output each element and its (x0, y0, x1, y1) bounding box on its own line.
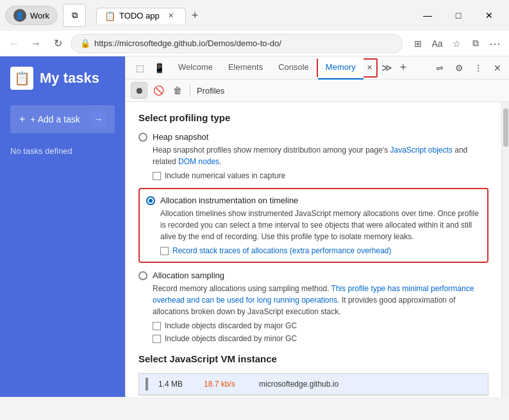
js-vm-title: Select JavaScript VM instance (138, 353, 488, 364)
plus-icon: + (19, 113, 25, 125)
tab-welcome[interactable]: Welcome (171, 56, 221, 80)
device-icon[interactable]: 📱 (150, 59, 168, 77)
add-tab-icon[interactable]: + (396, 61, 411, 74)
app-title: 📋 My tasks (0, 56, 125, 100)
heap-snapshot-checkbox[interactable] (153, 172, 161, 180)
tab-close-button[interactable]: ✕ (166, 11, 176, 21)
new-tab-button[interactable]: + (186, 6, 204, 24)
heap-snapshot-radio[interactable] (138, 133, 147, 142)
tab-favicon: 📋 (104, 11, 115, 21)
heap-snapshot-desc: Heap snapshot profiles show memory distr… (153, 144, 488, 167)
settings-icon[interactable]: ⚙ (450, 59, 468, 77)
memory-panel-body: Select profiling type Heap snapshot Heap… (126, 102, 509, 397)
url-text: https://microsoftedge.github.io/Demos/de… (94, 38, 281, 48)
refresh-button[interactable]: ↻ (49, 35, 67, 53)
instance-bar (146, 378, 148, 391)
address-actions: ⊞ Aa ☆ ⧉ ⋯ (409, 35, 504, 53)
instance-size: 1.4 MB (158, 380, 194, 389)
allocation-timeline-radio[interactable] (146, 196, 155, 205)
lock-icon: 🔒 (80, 38, 90, 48)
main-layout: 📋 My tasks + + Add a task → No tasks def… (0, 56, 509, 397)
app-title-text: My tasks (40, 70, 99, 87)
major-gc-label: Include objects discarded by major GC (165, 321, 297, 330)
tab-elements[interactable]: Elements (221, 56, 271, 80)
instance-url: microsoftedge.github.io (259, 380, 338, 389)
window-icon-button[interactable]: ⧉ (63, 4, 86, 27)
memory-content: Select profiling type Heap snapshot Heap… (126, 102, 501, 397)
tab-title: TODO app (119, 11, 160, 21)
profiles-label: Profiles (194, 86, 227, 96)
devtools-toolbar: ⏺ 🚫 🗑 Profiles (126, 80, 509, 102)
tab-console[interactable]: Console (271, 56, 317, 80)
clear-button[interactable]: 🗑 (169, 82, 186, 99)
active-tab[interactable]: 📋 TODO app ✕ (96, 8, 186, 24)
devtools-tabs: ⬚ 📱 Welcome Elements Console Memory ✕ ≫ … (126, 56, 509, 80)
scrollbar[interactable] (501, 102, 509, 397)
toolbar-divider (190, 84, 190, 97)
add-task-label: + Add a task (30, 114, 79, 124)
allocation-timeline-desc: Allocation timelines show instrumented J… (160, 208, 481, 242)
sampling-minor-gc-row: Include objects discarded by minor GC (153, 334, 488, 343)
major-gc-checkbox[interactable] (153, 322, 161, 330)
inspect-icon[interactable]: ⬚ (131, 59, 149, 77)
reader-icon[interactable]: Aa (428, 35, 446, 53)
minor-gc-checkbox[interactable] (153, 335, 161, 343)
heap-snapshot-option: Heap snapshot Heap snapshot profiles sho… (138, 132, 488, 180)
js-vm-section: Select JavaScript VM instance 1.4 MB 18.… (138, 353, 488, 396)
address-input[interactable]: 🔒 https://microsoftedge.github.io/Demos/… (71, 34, 403, 53)
minor-gc-label: Include objects discarded by minor GC (165, 334, 297, 343)
more-tabs-icon[interactable]: ≫ (378, 62, 396, 74)
close-button[interactable]: ✕ (474, 4, 504, 27)
sampling-major-gc-row: Include objects discarded by major GC (153, 321, 488, 330)
profile-label: Work (30, 11, 49, 21)
title-bar: 👤 Work ⧉ 📋 TODO app ✕ + — □ ✕ (0, 0, 509, 31)
record-button[interactable]: ⏺ (131, 82, 147, 99)
memory-tab-close-icon[interactable]: ✕ (363, 62, 376, 74)
tab-bar: 📋 TODO app ✕ + (91, 4, 413, 27)
allocation-timeline-checkbox[interactable] (160, 247, 169, 255)
heap-dom-link[interactable]: DOM nodes (178, 157, 219, 166)
allocation-sampling-label: Allocation sampling (153, 271, 224, 280)
arrow-icon: → (90, 112, 106, 127)
split-view-icon[interactable]: ⧉ (467, 35, 485, 53)
allocation-timeline-option: Allocation instrumentation on timeline A… (138, 188, 488, 263)
allocation-sampling-radio[interactable] (138, 271, 147, 280)
menu-button[interactable]: ⋯ (486, 35, 504, 53)
allocation-timeline-checkbox-row: Record stack traces of allocations (extr… (160, 246, 481, 255)
radio-dot (149, 199, 153, 203)
no-tasks-label: No tasks defined (0, 139, 125, 164)
heap-snapshot-checkbox-label: Include numerical values in capture (165, 171, 285, 180)
profile-button[interactable]: 👤 Work (5, 6, 58, 25)
profiling-type-title: Select profiling type (138, 112, 488, 123)
window-controls: — □ ✕ (413, 4, 504, 27)
devtools-panel: ⬚ 📱 Welcome Elements Console Memory ✕ ≫ … (125, 56, 509, 397)
allocation-sampling-option: Allocation sampling Record memory alloca… (138, 271, 488, 343)
allocation-sampling-header: Allocation sampling (138, 271, 488, 280)
back-button[interactable]: ← (5, 35, 23, 53)
scrollbar-thumb[interactable] (503, 108, 508, 147)
instance-rate: 18.7 kb/s (204, 380, 249, 389)
allocation-timeline-checkbox-label: Record stack traces of allocations (extr… (172, 246, 392, 255)
app-title-icon: 📋 (10, 67, 33, 90)
profile-icon: 👤 (13, 9, 26, 22)
devtools-close-icon[interactable]: ✕ (488, 59, 506, 77)
maximize-button[interactable]: □ (444, 4, 473, 27)
app-sidebar: 📋 My tasks + + Add a task → No tasks def… (0, 56, 125, 397)
stop-button[interactable]: 🚫 (150, 82, 167, 99)
bookmark-icon[interactable]: ☆ (447, 35, 465, 53)
tab-memory[interactable]: Memory (318, 56, 363, 80)
instance-row[interactable]: 1.4 MB 18.7 kb/s microsoftedge.github.io (139, 374, 488, 395)
favorites-icon[interactable]: ⊞ (409, 35, 427, 53)
heap-js-objects-link[interactable]: JavaScript objects (390, 146, 452, 155)
forward-button[interactable]: → (27, 35, 45, 53)
network-icon[interactable]: ⇌ (431, 59, 449, 77)
instance-table: 1.4 MB 18.7 kb/s microsoftedge.github.io (138, 373, 488, 396)
add-task-button[interactable]: + + Add a task → (10, 105, 115, 133)
tab-memory-container: Memory ✕ (317, 58, 378, 78)
minimize-button[interactable]: — (413, 4, 442, 27)
allocation-timeline-label: Allocation instrumentation on timeline (160, 196, 298, 205)
sampling-link[interactable]: This profile type has minimal performanc… (153, 284, 474, 305)
more-options-icon[interactable]: ⋮ (469, 59, 487, 77)
allocation-timeline-header: Allocation instrumentation on timeline (146, 196, 481, 205)
devtools-right-icons: ⇌ ⚙ ⋮ ✕ (431, 59, 506, 77)
